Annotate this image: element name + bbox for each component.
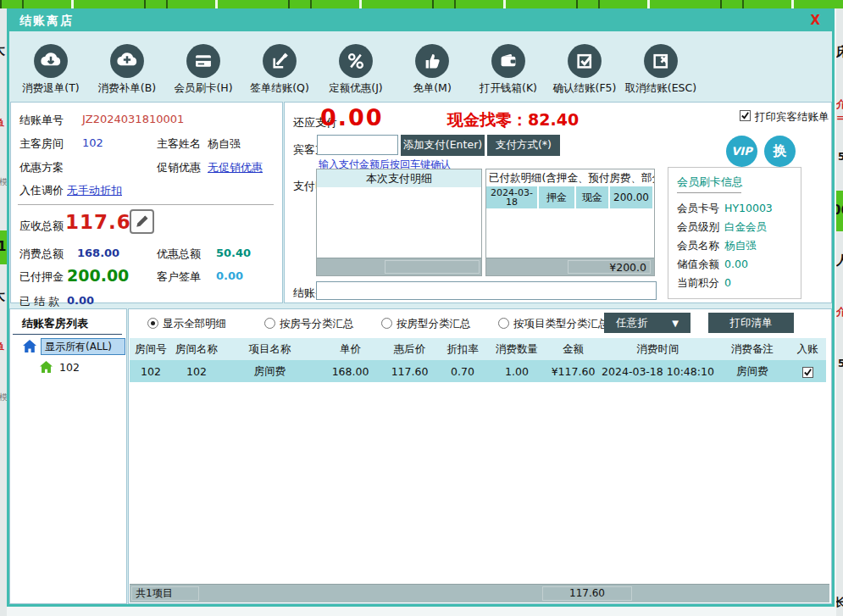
col-quantity: 消费数量 <box>488 342 546 357</box>
paid-footer: ¥200.0 <box>486 258 654 275</box>
deposit-value: 200.00 <box>67 266 129 285</box>
cell-unit-price: 168.00 <box>319 365 382 378</box>
any-discount-dropdown[interactable]: 任意折 ▼ <box>604 313 690 333</box>
promo-link[interactable]: 无促销优惠 <box>208 160 263 175</box>
cloud-plus-icon <box>109 43 145 79</box>
radio-by-item-type[interactable] <box>498 318 509 329</box>
item-count-box: 共1项目 <box>131 586 199 601</box>
manual-discount-link[interactable]: 无手动折扣 <box>67 183 122 198</box>
sign-settle-button[interactable]: 签单结账(Q) <box>241 43 318 108</box>
bg-char: 人 <box>836 253 843 269</box>
check-icon <box>803 368 812 377</box>
bg-char: A模 <box>0 391 7 403</box>
fixed-discount-button[interactable]: 定额优惠(J) <box>318 43 394 108</box>
cell-discounted-price: 117.60 <box>382 365 437 378</box>
settled-label: 已 结 款 <box>19 294 59 309</box>
current-payment-listbox[interactable]: 本次支付明细 <box>316 169 482 276</box>
radio-show-all-detail[interactable] <box>147 318 158 329</box>
thumb-up-icon <box>414 43 450 79</box>
bg-char: 床 <box>836 44 843 60</box>
bill-no-label: 结账单号 <box>19 113 64 128</box>
col-posted: 入账 <box>790 342 825 357</box>
divider <box>677 192 741 193</box>
background-room-grid-top <box>0 0 843 8</box>
member-info-groupbox: 会员刷卡信息 会员卡号 HY10003 会员级别 白金会员 会员名称 杨自强 储… <box>668 167 801 299</box>
current-points-value: 0 <box>724 276 731 289</box>
supplement-order-button[interactable]: 消费补单(B) <box>89 43 165 108</box>
status-bar: 共1项目 117.60 <box>130 584 829 602</box>
paid-amount: 200.00 <box>610 186 652 208</box>
paid-method: 现金 <box>576 186 610 208</box>
free-order-button[interactable]: 免单(M) <box>394 43 470 108</box>
stored-balance-label: 储值余额 <box>677 258 719 272</box>
radio-dot <box>151 321 155 325</box>
radio-by-room-type[interactable] <box>381 318 392 329</box>
member-level-value: 白金会员 <box>724 220 767 235</box>
bg-char: 5 <box>838 358 843 369</box>
current-payment-header: 本次支付明细 <box>317 169 481 187</box>
radio-show-all-label: 显示全部明细 <box>163 317 226 331</box>
current-payment-total-box <box>385 260 480 274</box>
check-icon <box>740 111 750 120</box>
cancel-settle-button[interactable]: 取消结账(ESC) <box>623 43 699 108</box>
confirm-settle-button[interactable]: 确认结账(F5) <box>546 43 623 108</box>
member-name-value: 杨自强 <box>724 239 757 253</box>
tree-item-show-all[interactable]: 显示所有(ALL) <box>41 338 125 355</box>
bg-char: A模 <box>0 176 7 188</box>
payment-method-button[interactable]: 支付方式(*) <box>487 135 560 156</box>
paid-type: 押金 <box>539 186 576 208</box>
discount-total-label: 优惠总额 <box>157 247 201 262</box>
swap-card-button[interactable]: 换 <box>764 136 796 167</box>
payment-panel: 还应支付 0.00 现金找零：82.40 宾客支付 添加支付(Enter) 支付… <box>284 102 832 303</box>
print-bill-checkbox[interactable] <box>740 110 751 121</box>
paid-row[interactable]: 2024-03-18 押金 现金 200.00 <box>486 186 654 208</box>
member-name-label: 会员名称 <box>677 239 719 253</box>
vip-badge-button[interactable]: VIP <box>726 136 757 167</box>
cash-change-value: 现金找零：82.40 <box>447 109 579 131</box>
discount-plan-label: 优惠方案 <box>19 160 64 175</box>
discount-total-value: 50.40 <box>216 247 251 259</box>
room-list-panel: 结账客房列表 显示所有(ALL) 102 <box>9 308 127 604</box>
bg-room-block: 06 <box>836 191 843 231</box>
bg-char: 单 <box>0 117 7 131</box>
paid-listbox[interactable]: 已付款明细(含押金、预付房费、部分 2024-03-18 押金 现金 200.0… <box>485 169 655 276</box>
print-list-button[interactable]: 打印清单 <box>708 313 794 333</box>
radio-by-room-type-label: 按房型分类汇总 <box>397 317 471 331</box>
tool-label: 确认结账(F5) <box>553 81 617 96</box>
background-right-strip: 床 介= 5 06 人 介: 5 长 <box>836 8 843 616</box>
deposit-label: 已付押金 <box>19 269 64 285</box>
refund-order-button[interactable]: 消费退单(T) <box>13 43 89 108</box>
cancel-square-icon <box>643 43 679 79</box>
radio-by-room-number[interactable] <box>264 318 275 329</box>
dialog-title: 结账离店 <box>19 14 74 29</box>
row-posted-checkbox[interactable] <box>802 367 813 378</box>
print-bill-label: 打印宾客结账单 <box>755 110 829 125</box>
close-button[interactable]: X <box>810 13 820 28</box>
tool-label: 取消结账(ESC) <box>625 81 696 96</box>
dialog-titlebar: 结账离店 X <box>9 11 832 31</box>
col-discounted-price: 惠后价 <box>382 342 437 357</box>
receivable-label: 应收总额 <box>19 219 64 234</box>
percent-icon <box>338 43 374 79</box>
member-card-label: 会员卡号 <box>677 202 719 216</box>
paid-total-box: ¥200.0 <box>568 260 651 274</box>
remark-input[interactable] <box>316 281 657 300</box>
cloud-download-icon <box>33 43 69 79</box>
edit-amount-button[interactable] <box>130 209 154 234</box>
add-payment-button[interactable]: 添加支付(Enter) <box>401 135 485 156</box>
stored-balance-value: 0.00 <box>724 258 748 270</box>
member-card-button[interactable]: 会员刷卡(H) <box>165 43 241 108</box>
open-cashbox-button[interactable]: 打开钱箱(K) <box>470 43 546 108</box>
pay-amount-input[interactable] <box>317 135 398 155</box>
table-row[interactable]: 102 102 房间费 168.00 117.60 0.70 1.00 ¥117… <box>130 360 826 382</box>
col-item-name: 项目名称 <box>221 342 319 357</box>
bg-room-block: 1 <box>0 230 7 264</box>
customer-sign-label: 客户签单 <box>157 269 201 285</box>
table-header-row: 房间号 房间名称 项目名称 单价 惠后价 折扣率 消费数量 金额 消费时间 消费… <box>130 338 826 360</box>
bg-char: 介: <box>836 305 843 319</box>
adjust-label: 入住调价 <box>19 183 64 198</box>
bg-char: 单 <box>0 341 7 355</box>
bg-char: 大 <box>0 42 7 58</box>
pencil-icon <box>131 211 153 232</box>
tree-item-room-102[interactable]: 102 <box>59 361 80 374</box>
